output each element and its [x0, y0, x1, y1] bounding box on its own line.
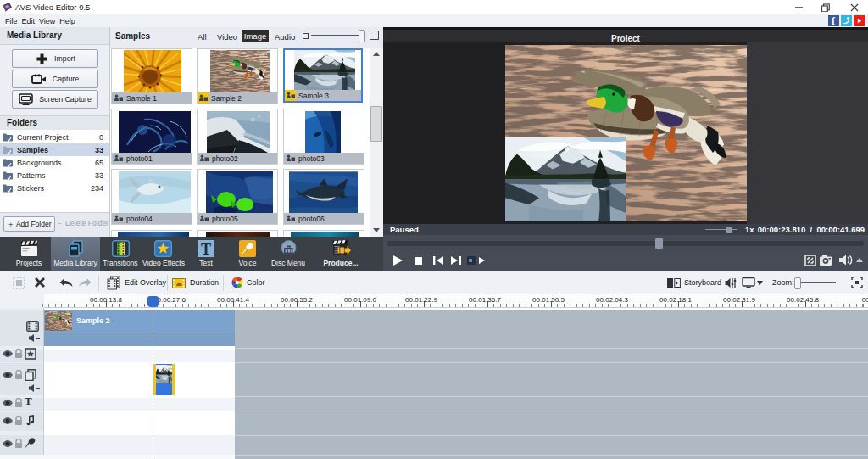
svg-text:T: T: [201, 241, 211, 258]
